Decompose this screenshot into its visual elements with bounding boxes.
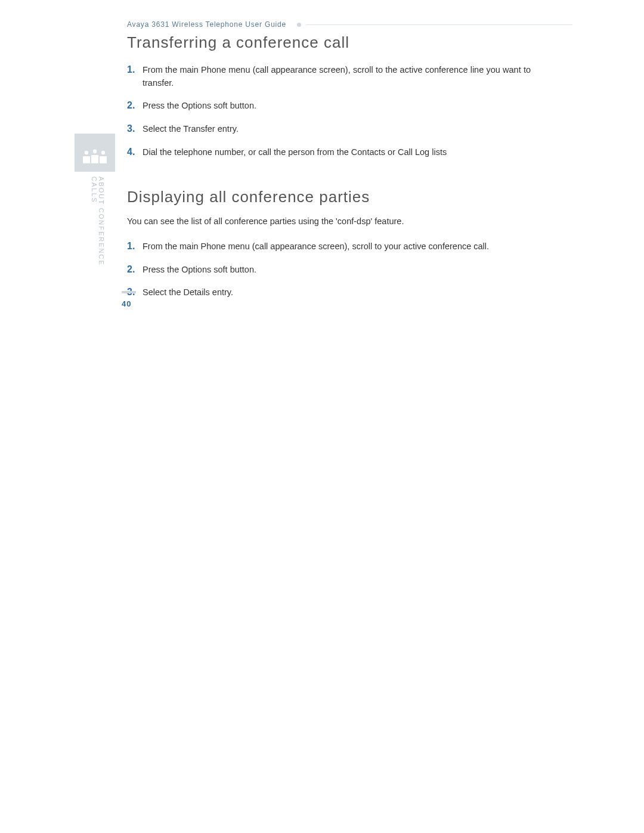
step-number: 1. [127, 239, 143, 254]
conference-icon [75, 134, 115, 172]
step-number: 2. [127, 98, 143, 113]
step-text: From the main Phone menu (call appearanc… [143, 63, 531, 90]
list-item: 2. Press the Options soft button. [127, 262, 531, 277]
step-number: 4. [127, 145, 143, 160]
step-text: Press the Options soft button. [143, 99, 531, 112]
list-item: 2. Press the Options soft button. [127, 98, 531, 113]
step-text: Press the Options soft button. [143, 263, 531, 276]
step-number: 2. [127, 262, 143, 277]
transfer-steps-list: 1. From the main Phone menu (call appear… [127, 63, 531, 159]
page-header: Avaya 3631 Wireless Telephone User Guide [127, 20, 572, 29]
section-heading-transfer: Transferring a conference call [127, 33, 531, 52]
section-heading-display: Displaying all conference parties [127, 188, 531, 206]
list-item: 3. Select the Transfer entry. [127, 122, 531, 137]
section-side-label: ABOUT CONFERENCE CALLS [95, 176, 105, 278]
svg-point-1 [93, 150, 97, 153]
svg-point-2 [101, 151, 105, 154]
header-rule [306, 24, 572, 25]
header-bullet-icon [297, 23, 301, 27]
page-number: 40 [122, 299, 136, 308]
section-display-parties: Displaying all conference parties You ca… [127, 188, 531, 300]
list-item: 1. From the main Phone menu (call appear… [127, 63, 531, 90]
step-number: 1. [127, 63, 143, 78]
page-number-block: 40 [122, 291, 136, 308]
svg-rect-5 [100, 156, 107, 163]
svg-point-0 [85, 151, 88, 154]
main-content: Transferring a conference call 1. From t… [127, 33, 531, 308]
step-text: From the main Phone menu (call appearanc… [143, 240, 531, 253]
step-text: Select the Details entry. [143, 286, 531, 299]
svg-rect-4 [91, 155, 98, 163]
step-text: Dial the telephone number, or call the p… [143, 145, 531, 159]
list-item: 4. Dial the telephone number, or call th… [127, 145, 531, 160]
svg-rect-3 [83, 156, 90, 163]
list-item: 3. Select the Details entry. [127, 285, 531, 300]
display-steps-list: 1. From the main Phone menu (call appear… [127, 239, 531, 300]
step-text: Select the Transfer entry. [143, 122, 531, 135]
people-icon [82, 149, 108, 166]
page-number-bar [122, 291, 136, 293]
step-number: 3. [127, 122, 143, 137]
list-item: 1. From the main Phone menu (call appear… [127, 239, 531, 254]
header-title: Avaya 3631 Wireless Telephone User Guide [127, 20, 286, 29]
section-intro: You can see the list of all conference p… [127, 215, 531, 228]
